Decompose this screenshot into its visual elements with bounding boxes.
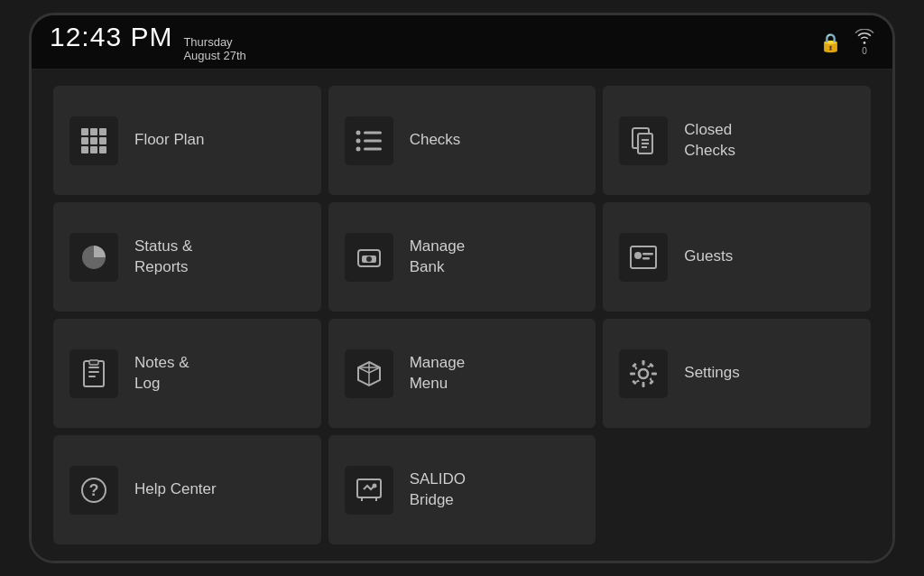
grid-icon xyxy=(69,116,118,165)
menu-item-floor-plan[interactable]: Floor Plan xyxy=(53,86,321,195)
svg-rect-7 xyxy=(90,146,97,153)
notes-log-label: Notes &Log xyxy=(134,353,189,393)
menu-item-status-reports[interactable]: Status &Reports xyxy=(53,202,321,311)
help-center-label: Help Center xyxy=(134,479,217,499)
day-of-week: Thursday xyxy=(183,35,245,49)
menu-item-manage-bank[interactable]: ManageBank xyxy=(328,202,596,311)
svg-rect-2 xyxy=(99,128,106,135)
list-icon xyxy=(345,116,393,165)
svg-rect-4 xyxy=(90,137,97,144)
svg-rect-1 xyxy=(90,128,97,135)
svg-point-13 xyxy=(356,146,360,151)
status-icons: 🔒 0 xyxy=(819,29,874,56)
svg-rect-14 xyxy=(364,147,382,150)
settings-label: Settings xyxy=(684,363,739,383)
svg-rect-30 xyxy=(88,376,96,377)
svg-point-22 xyxy=(366,256,372,262)
date: August 27th xyxy=(183,49,245,62)
menu-item-manage-menu[interactable]: ManageMenu xyxy=(328,319,596,428)
status-bar: 12:43 PM Thursday August 27th 🔒 0 xyxy=(32,15,892,70)
wifi-icon: 0 xyxy=(855,29,874,56)
svg-point-9 xyxy=(356,130,360,135)
menu-grid: Floor Plan Checks xyxy=(53,86,871,544)
svg-rect-26 xyxy=(642,257,650,260)
svg-rect-0 xyxy=(81,128,88,135)
svg-point-11 xyxy=(356,138,360,143)
content-area: Floor Plan Checks xyxy=(32,70,892,561)
svg-rect-25 xyxy=(642,253,653,255)
status-reports-label: Status &Reports xyxy=(134,237,192,276)
closed-checks-icon xyxy=(619,116,668,165)
date-info: Thursday August 27th xyxy=(183,35,245,62)
svg-point-33 xyxy=(639,369,648,378)
svg-text:?: ? xyxy=(89,481,99,499)
bridge-icon xyxy=(345,466,393,515)
box-icon xyxy=(345,349,393,398)
svg-rect-6 xyxy=(81,146,88,153)
guests-label: Guests xyxy=(684,246,733,266)
bank-icon xyxy=(345,233,393,282)
floor-plan-label: Floor Plan xyxy=(134,130,204,150)
svg-rect-8 xyxy=(99,146,106,153)
menu-item-settings[interactable]: Settings xyxy=(603,319,871,428)
svg-rect-28 xyxy=(88,367,99,368)
guests-icon xyxy=(619,233,668,282)
svg-rect-36 xyxy=(630,372,634,375)
time-display: 12:43 PM Thursday August 27th xyxy=(50,22,246,62)
menu-item-guests[interactable]: Guests xyxy=(603,202,871,311)
svg-rect-5 xyxy=(99,137,106,144)
svg-rect-12 xyxy=(364,139,382,142)
tablet-frame: 12:43 PM Thursday August 27th 🔒 0 xyxy=(29,13,895,563)
menu-item-salido-bridge[interactable]: SALIDOBridge xyxy=(328,435,596,544)
svg-rect-39 xyxy=(632,379,637,385)
svg-rect-31 xyxy=(89,360,98,365)
svg-rect-10 xyxy=(364,131,382,134)
svg-rect-41 xyxy=(649,379,654,385)
help-icon: ? xyxy=(69,466,118,515)
svg-point-24 xyxy=(634,252,642,259)
pie-chart-icon xyxy=(69,233,118,282)
menu-item-help-center[interactable]: ? Help Center xyxy=(53,435,321,544)
salido-bridge-label: SALIDOBridge xyxy=(410,469,466,509)
manage-menu-label: ManageMenu xyxy=(410,353,465,393)
svg-rect-37 xyxy=(652,372,657,375)
lock-icon: 🔒 xyxy=(819,32,842,53)
menu-item-notes-log[interactable]: Notes &Log xyxy=(53,319,321,428)
svg-rect-3 xyxy=(81,137,88,144)
manage-bank-label: ManageBank xyxy=(410,237,465,276)
svg-rect-35 xyxy=(642,383,645,387)
svg-rect-34 xyxy=(642,360,645,365)
svg-point-45 xyxy=(372,483,376,488)
clock: 12:43 PM xyxy=(50,22,172,52)
svg-rect-29 xyxy=(88,371,99,373)
svg-rect-23 xyxy=(631,246,656,268)
checks-label: Checks xyxy=(410,130,461,150)
gear-icon xyxy=(619,349,668,398)
menu-item-closed-checks[interactable]: ClosedChecks xyxy=(603,86,871,195)
menu-item-checks[interactable]: Checks xyxy=(328,86,596,195)
notes-icon xyxy=(69,349,118,398)
closed-checks-label: ClosedChecks xyxy=(684,120,735,160)
